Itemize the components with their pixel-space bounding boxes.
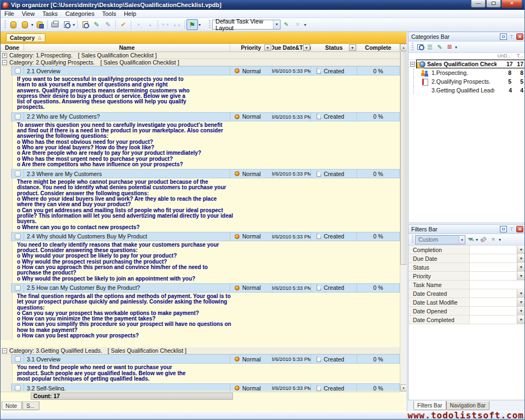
delete-task-button[interactable]: ✎ [102, 19, 114, 30]
filter-value-input[interactable] [470, 263, 517, 271]
task-status-cell[interactable]: Created [311, 232, 357, 241]
panel-pin-button[interactable]: ⊤ [508, 33, 515, 40]
toolbar-drag-handle[interactable] [209, 20, 211, 29]
task-due-cell[interactable]: 4/6/2010 5:33 PM [272, 169, 311, 178]
task-done-checkbox[interactable] [15, 285, 21, 291]
task-done-cell[interactable] [11, 169, 24, 178]
filter-dropdown-icon[interactable]: ▼ [517, 298, 525, 306]
layout-combo-arrow-icon[interactable]: ▾ [273, 20, 280, 29]
open-database-button[interactable] [19, 19, 31, 30]
task-done-cell[interactable] [11, 112, 24, 121]
menu-item-help[interactable]: Help [120, 10, 140, 18]
column-filter-dropdown-icon[interactable]: ▼ [303, 44, 310, 51]
task-done-cell[interactable] [11, 354, 24, 364]
category-tree-item[interactable]: 1.Prospecting.88 [409, 68, 525, 77]
print-button[interactable] [49, 19, 61, 30]
new-subcategory-button[interactable]: ☰ [425, 43, 435, 51]
column-header-complete[interactable]: Complete [357, 44, 400, 51]
current-view-button[interactable]: ⚑ [186, 19, 198, 30]
close-button[interactable]: ✕ [501, 0, 522, 8]
column-header-status[interactable]: Status▼ [311, 44, 357, 51]
task-name-cell[interactable]: 2.3 Where are My Customers [24, 169, 230, 178]
new-task-button[interactable] [79, 19, 91, 30]
collapse-icon[interactable]: − [410, 62, 415, 67]
delete-category-button[interactable]: ⊠ [445, 43, 454, 51]
column-filter-dropdown-icon[interactable]: ▼ [349, 44, 356, 51]
menu-item-categories[interactable]: Categories [62, 10, 98, 18]
delete-filter-button[interactable]: ✕ [488, 235, 498, 244]
toolbar-drag-handle[interactable] [412, 235, 413, 244]
task-due-cell[interactable]: 4/6/2010 5:33 PM [272, 232, 311, 241]
filter-value-input[interactable] [470, 254, 517, 262]
grid-vertical-scrollbar[interactable]: ▲ ▼ [400, 44, 406, 392]
task-complete-cell[interactable]: 0 % [357, 112, 400, 121]
task-status-cell[interactable]: Created [311, 283, 357, 293]
save-database-button[interactable] [34, 19, 45, 30]
task-status-cell[interactable]: Created [311, 354, 357, 364]
task-done-checkbox[interactable] [15, 171, 21, 177]
task-due-cell[interactable]: 4/6/2010 5:33 PM [272, 383, 311, 391]
filter-value-input[interactable] [470, 272, 517, 280]
task-priority-cell[interactable]: Normal [230, 283, 272, 293]
task-status-cell[interactable]: Created [311, 112, 357, 121]
maximize-button[interactable] [486, 0, 501, 8]
filter-value-input[interactable] [470, 298, 517, 306]
task-priority-cell[interactable]: Normal [230, 112, 272, 121]
category-group-row[interactable]: −Category: 2.Qualifying Prospects.[ Sale… [1, 59, 400, 66]
collapse-icon[interactable]: − [2, 60, 7, 65]
task-done-cell[interactable] [11, 66, 24, 75]
categories-toolbar-dropdown[interactable]: ▾ [454, 45, 458, 50]
panel-restore-button[interactable] [500, 226, 507, 232]
toolbar-drag-handle[interactable] [412, 43, 413, 51]
task-complete-cell[interactable]: 0 % [357, 232, 400, 241]
task-priority-cell[interactable]: Normal [230, 383, 272, 391]
task-done-cell[interactable] [11, 383, 24, 391]
filter-dropdown-icon[interactable]: ▼ [517, 289, 525, 298]
task-complete-cell[interactable]: 0 % [357, 354, 400, 364]
task-row[interactable]: 3.1 OverviewNormal4/6/2010 5:33 PMCreate… [1, 354, 400, 364]
print-preview-button[interactable] [61, 19, 72, 30]
filter-value-input[interactable] [470, 289, 517, 298]
toolbar-drag-handle[interactable] [4, 20, 6, 29]
category-group-row[interactable]: −Category: 3.Getting Qualified Leads.[ S… [1, 347, 400, 354]
task-status-cell[interactable]: Created [311, 169, 357, 178]
filter-dropdown-icon[interactable]: ▼ [517, 246, 525, 254]
column-header-done[interactable]: Done [1, 44, 24, 51]
panel-close-button[interactable]: ✕ [516, 226, 523, 232]
column-filter-dropdown-icon[interactable]: ▼ [264, 44, 271, 51]
task-done-checkbox[interactable] [15, 114, 21, 120]
filter-value-input[interactable] [470, 246, 517, 254]
note-tab-note[interactable]: Note [2, 401, 22, 410]
task-due-cell[interactable]: 4/6/2010 5:33 PM [272, 66, 311, 75]
task-complete-cell[interactable]: 0 % [357, 66, 400, 75]
task-done-checkbox[interactable] [15, 234, 21, 240]
task-status-cell[interactable]: Created [311, 383, 357, 391]
filter-dropdown-icon[interactable]: ▼ [517, 272, 525, 280]
task-done-cell[interactable] [11, 232, 24, 241]
clear-filter-button[interactable] [479, 235, 488, 244]
task-priority-cell[interactable]: Normal [230, 169, 272, 178]
task-row[interactable]: 2.4 Why should My Customers Buy My Produ… [1, 232, 400, 241]
task-status-cell[interactable]: Created [311, 66, 357, 75]
print-dropdown[interactable]: ▾ [72, 22, 75, 27]
customize-view-button[interactable]: ✎ [281, 19, 292, 30]
toolbar-overflow-dropdown[interactable]: ▾ [304, 22, 307, 27]
new-database-button[interactable] [8, 19, 19, 30]
move-top-button[interactable]: ▲▲ [171, 19, 183, 30]
new-category-button[interactable] [415, 43, 425, 51]
category-tree-item[interactable]: 3.Getting Qualified Leads.44 [409, 86, 525, 95]
filter-dropdown-icon[interactable]: ▼ [517, 316, 525, 324]
panel-close-button[interactable]: ✕ [516, 33, 523, 40]
filter-value-input[interactable] [470, 307, 517, 315]
task-complete-cell[interactable]: 0 % [357, 283, 400, 293]
task-name-cell[interactable]: 2.2 Who are My Customers? [24, 112, 230, 121]
panel-tab-filters-bar[interactable]: Filters Bar [413, 401, 446, 410]
filter-dropdown-icon[interactable]: ▼ [517, 254, 525, 262]
layout-combo[interactable]: Default Task View Layout ▾ [212, 20, 281, 30]
task-name-cell[interactable]: 2.4 Why should My Customers Buy My Produ… [24, 232, 230, 241]
move-up-button[interactable]: ▲ [144, 19, 156, 30]
move-bottom-button[interactable]: ▼▼ [160, 19, 171, 30]
filter-preset-combo[interactable]: Custom ▾ [415, 235, 465, 244]
task-done-cell[interactable] [11, 283, 24, 293]
task-name-cell[interactable]: 2.1 Overview [24, 66, 230, 75]
